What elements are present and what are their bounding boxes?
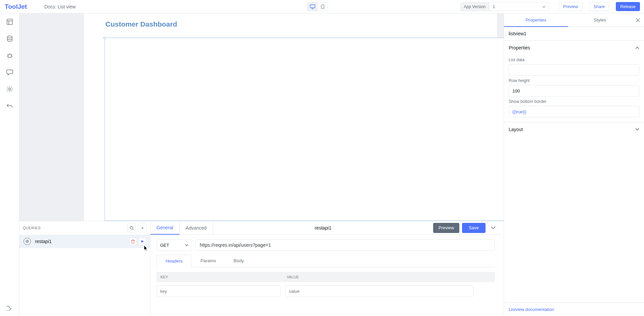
svg-point-5 (8, 54, 11, 57)
desktop-icon (310, 4, 315, 9)
dashboard-title[interactable]: Customer Dashboard (105, 20, 177, 28)
header-value-input[interactable] (285, 285, 473, 297)
svg-point-4 (7, 36, 12, 38)
datasource-icon[interactable] (6, 35, 13, 42)
queries-panel: QUERIES + restapi1 (19, 221, 504, 316)
collapse-query-panel[interactable] (488, 223, 498, 233)
tab-advanced[interactable]: Advanced (180, 221, 213, 235)
query-editor: General Advanced restapi1 Preview Save G… (150, 221, 504, 316)
chevron-up-icon (635, 46, 639, 49)
url-input[interactable]: https://reqres.in/api/users?page=1 (195, 239, 495, 251)
logo-icon: ToolJet (5, 3, 40, 10)
inspector-icon[interactable] (6, 18, 13, 26)
left-rail (0, 13, 19, 316)
subtab-params[interactable]: Params (192, 255, 225, 267)
tab-properties[interactable]: Properties (504, 13, 568, 27)
section-layout-header[interactable]: Layout (504, 122, 644, 136)
chevron-down-icon (542, 6, 546, 8)
debug-icon[interactable] (6, 52, 13, 59)
close-inspector-button[interactable] (632, 13, 644, 27)
row-height-label: Row height (509, 78, 639, 83)
settings-icon[interactable] (6, 85, 13, 93)
subtab-body[interactable]: Body (225, 255, 253, 267)
top-header: ToolJet Docs: List view App Version 1 Pr… (0, 0, 644, 13)
delete-query-button[interactable] (129, 238, 137, 245)
section-properties-label: Properties (509, 45, 530, 50)
documentation-link[interactable]: Listview documentation (504, 303, 644, 316)
query-item[interactable]: restapi1 (19, 235, 150, 248)
desktop-toggle[interactable] (308, 3, 318, 11)
query-item-name: restapi1 (35, 239, 125, 244)
svg-text:ToolJet: ToolJet (5, 3, 27, 10)
comments-icon[interactable] (6, 69, 13, 76)
undo-icon[interactable] (6, 102, 13, 110)
run-query-button[interactable] (139, 238, 146, 245)
chevron-down-icon (185, 244, 188, 246)
svg-point-7 (130, 226, 133, 229)
queries-label: QUERIES (23, 226, 41, 230)
app-version-label: App Version (460, 2, 489, 11)
queries-list: QUERIES + restapi1 (19, 221, 150, 316)
chevron-down-icon (635, 128, 639, 131)
play-icon (141, 240, 144, 243)
show-border-input[interactable] (509, 106, 639, 117)
tab-styles[interactable]: Styles (568, 13, 632, 27)
mobile-toggle[interactable] (318, 3, 328, 11)
app-version-value: 1 (493, 4, 495, 9)
search-icon (130, 226, 134, 230)
listview-component[interactable] (104, 38, 504, 221)
query-name[interactable]: restapi1 (213, 225, 433, 231)
list-data-input[interactable] (509, 64, 639, 76)
canvas[interactable]: Customer Dashboard (19, 13, 504, 221)
page-title: Docs: List view (44, 4, 76, 9)
query-save-button[interactable]: Save (462, 223, 486, 233)
resize-handle[interactable] (103, 37, 106, 39)
query-preview-button[interactable]: Preview (433, 223, 459, 233)
app-version-select[interactable]: 1 (489, 2, 549, 11)
mobile-icon (321, 4, 324, 9)
trash-icon (131, 239, 135, 244)
preview-button[interactable]: Preview (559, 2, 582, 11)
http-method-select[interactable]: GET (156, 239, 192, 251)
theme-toggle-icon[interactable] (6, 304, 13, 311)
add-query-button[interactable]: + (138, 224, 147, 232)
device-toggle (307, 2, 328, 11)
rest-api-icon (24, 238, 31, 245)
chevron-down-icon (491, 226, 496, 229)
list-data-label: List data (509, 57, 639, 62)
row-height-input[interactable] (509, 85, 639, 96)
logo[interactable]: ToolJet (5, 3, 40, 10)
section-layout-label: Layout (509, 127, 523, 132)
svg-rect-1 (310, 5, 315, 8)
share-button[interactable]: Share (589, 2, 609, 11)
header-key-input[interactable] (156, 285, 281, 297)
svg-point-6 (9, 88, 11, 90)
svg-rect-3 (7, 19, 12, 25)
subtab-headers[interactable]: Headers (156, 255, 192, 267)
section-properties-header[interactable]: Properties (504, 41, 644, 55)
kv-key-header: KEY (156, 275, 287, 279)
kv-header: KEY VALUE (156, 272, 495, 282)
app-version: App Version 1 (460, 2, 550, 11)
tab-general[interactable]: General (150, 221, 180, 235)
http-method-value: GET (160, 243, 169, 248)
component-name[interactable]: listview1 (504, 27, 644, 40)
search-queries-button[interactable] (127, 224, 136, 232)
svg-rect-2 (321, 5, 324, 9)
kv-value-header: VALUE (287, 275, 299, 279)
show-border-label: Show bottom border (509, 99, 639, 104)
inspector-panel: Properties Styles listview1 Properties L… (504, 13, 644, 316)
url-value: https://reqres.in/api/users?page=1 (200, 242, 271, 248)
release-button[interactable]: Release (616, 2, 640, 11)
close-icon (636, 18, 640, 22)
